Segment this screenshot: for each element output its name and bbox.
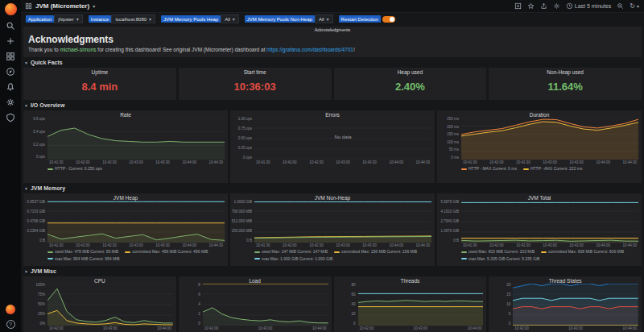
panel-title[interactable]: JVM Heap: [23, 193, 228, 201]
variable-value-dropdown[interactable]: All▾: [221, 15, 239, 23]
explore-compass-icon[interactable]: [6, 67, 15, 77]
row-header-jvm-memory[interactable]: ▼ JVM Memory: [24, 185, 642, 192]
dashboard-title[interactable]: JVM (Micrometer): [35, 2, 89, 10]
x-tick-label: 10:43:00: [568, 326, 583, 331]
ack-text-suffix: !: [353, 47, 355, 52]
settings-gear-button[interactable]: [553, 2, 560, 10]
variable-value-dropdown[interactable]: localhost:8080▾: [111, 15, 155, 23]
panel-title[interactable]: Load: [179, 276, 332, 284]
stat-value: 8.4 min: [23, 81, 176, 93]
panel-title[interactable]: Errors: [230, 110, 435, 118]
x-axis-labels: 10:41:3010:42:0010:42:3010:43:0010:43:30…: [230, 160, 435, 165]
time-range-picker[interactable]: Last 5 minutes: [566, 2, 612, 10]
panel-title[interactable]: CPU: [23, 276, 176, 284]
dashboard-source-link[interactable]: https://grafana.com/dashboards/4701: [266, 47, 353, 52]
legend-text: max Max: 5.335 GiB Current: 5.335 GiB: [469, 256, 539, 263]
y-tick-label: 50%: [38, 303, 45, 307]
dashboards-icon[interactable]: [6, 52, 15, 61]
row-header-quick-facts[interactable]: ▼ Quick Facts: [24, 59, 642, 66]
plot-area: [203, 284, 328, 326]
variable-value-text: All: [319, 17, 324, 22]
refresh-button[interactable]: ↻ ▾: [630, 3, 639, 10]
panel-jvm-heap: JVM Heap0.9537 GiB0.7153 GiB0.4768 GiB0.…: [23, 193, 228, 266]
panel-title[interactable]: Uptime: [23, 68, 176, 75]
y-tick-label: 0.9537 GiB: [27, 201, 45, 205]
x-tick-label: 10:44:00: [622, 326, 637, 331]
restart-detection-toggle[interactable]: [382, 16, 395, 23]
x-tick-label: 10:43:00: [129, 243, 143, 248]
configuration-gear-icon[interactable]: [6, 98, 15, 107]
x-tick-label: 10:44:00: [182, 160, 196, 165]
panel-title[interactable]: Start time: [179, 68, 332, 75]
zoom-out-button[interactable]: [617, 2, 624, 10]
grafana-logo-icon[interactable]: [5, 3, 17, 15]
star-button[interactable]: [527, 2, 535, 10]
x-tick-label: 10:42:00: [360, 326, 374, 331]
chevron-down-icon: ▼: [24, 103, 28, 108]
panel-title[interactable]: Acknowledgments: [28, 27, 637, 33]
share-button[interactable]: [540, 2, 547, 10]
panel-title[interactable]: Threads: [334, 276, 487, 284]
panel-title[interactable]: JVM Total: [437, 193, 642, 201]
legend-item[interactable]: committed Max: 608 MiB Current: 606 MiB: [541, 249, 624, 255]
panel-title[interactable]: Heap used: [334, 68, 487, 75]
legend-item[interactable]: HTTP - Current: 0.250 ops: [47, 166, 102, 172]
variable-label: Instance: [89, 15, 112, 23]
y-tick-label: 0 ms: [451, 156, 459, 160]
y-tick-label: 200 ms: [447, 126, 459, 130]
x-tick-label: 10:44:30: [415, 160, 430, 165]
create-plus-icon[interactable]: [6, 36, 15, 46]
graph-body: 1.0000 GiB768.000 MiB512.000 MiB256.000 …: [230, 201, 435, 243]
panel-title[interactable]: Rate: [23, 110, 228, 118]
x-axis-labels: 10:41:3010:42:0010:42:3010:43:0010:43:30…: [230, 243, 435, 248]
panel-title[interactable]: Duration: [437, 110, 642, 118]
dashboard-scroll-area[interactable]: Acknowledgments Acknowledgments Thank yo…: [21, 25, 644, 332]
plot-area: [47, 201, 225, 243]
panel-heap-used: Heap used2.40%: [334, 68, 487, 100]
x-tick-label: 10:43:30: [362, 243, 377, 248]
chevron-down-icon: ▼: [24, 269, 28, 274]
legend-text: used Max: 603 MiB Current: 203 MiB: [469, 249, 535, 255]
server-admin-shield-icon[interactable]: [6, 113, 15, 122]
x-tick-label: 10:44:00: [157, 326, 171, 331]
x-tick-label: 10:42:30: [102, 160, 117, 165]
panel-title[interactable]: JVM Non-Heap: [230, 193, 435, 201]
legend-item[interactable]: used Max: 603 MiB Current: 203 MiB: [461, 249, 535, 255]
legend-item[interactable]: HTTP - AVG Current: 222 ms: [523, 166, 583, 172]
legend-item[interactable]: max Max: 5.335 GiB Current: 5.335 GiB: [461, 256, 539, 263]
alerting-bell-icon[interactable]: [6, 82, 15, 92]
variable-value-dropdown[interactable]: jhipster▾: [54, 15, 82, 23]
x-tick-label: 10:42:00: [283, 160, 297, 165]
acknowledgments-text: Thank you to michael-simons for creating…: [28, 47, 637, 52]
y-tick-label: 0 B: [246, 239, 252, 243]
y-tick-label: 0.6 ops: [33, 118, 45, 122]
row-header-jvm-misc[interactable]: ▼ JVM Misc: [24, 268, 642, 275]
search-icon[interactable]: [6, 21, 15, 31]
row-header-io-overview[interactable]: ▼ I/O Overview: [24, 102, 642, 109]
y-tick-label: 20: [351, 313, 355, 317]
y-tick-label: 150 ms: [447, 133, 459, 137]
legend: used Max: 478 MiB Current: 55 MiBcommitt…: [23, 248, 228, 262]
add-panel-button[interactable]: [514, 2, 522, 10]
panel-rate: Rate0.6 ops0.4 ops0.2 ops0 ops10:41:3010…: [23, 110, 228, 183]
help-icon[interactable]: ?: [6, 320, 15, 329]
panel-threads: Threads80604020010:42:0010:43:0010:44:00…: [334, 276, 487, 332]
y-tick-label: 256.000 MiB: [232, 230, 252, 234]
author-link[interactable]: michael-simons: [60, 47, 96, 52]
variable-application: Applicationjhipster▾: [26, 15, 83, 23]
legend-item[interactable]: max Max: 1.000 GiB Current: 1.000 GiB: [254, 256, 332, 263]
legend-item[interactable]: committed Max: 456 MiB Current: 456 MiB: [125, 249, 208, 255]
legend-item[interactable]: HTTP - MAX Current: 0 ms: [461, 166, 517, 172]
variable-value-dropdown[interactable]: All▾: [315, 15, 333, 23]
legend-item[interactable]: used Max: 147 MiB Current: 147 MiB: [254, 249, 328, 255]
legend-item[interactable]: committed Max: 156 MiB Current: 156 MiB: [334, 249, 417, 255]
x-tick-label: 10:42:00: [76, 243, 90, 248]
y-tick-label: 60: [351, 293, 355, 297]
panel-title[interactable]: Thread States: [489, 276, 642, 284]
legend-item[interactable]: used Max: 478 MiB Current: 55 MiB: [47, 249, 118, 255]
panel-cpu: CPU100%75%50%25%0%10:42:0010:43:0010:44:…: [23, 276, 176, 332]
variable-label: Application: [26, 15, 54, 23]
legend-item[interactable]: max Max: 954 MiB Current: 954 MiB: [47, 256, 120, 263]
grafana-bottom-logo-icon[interactable]: [6, 305, 15, 314]
panel-title[interactable]: Non-Heap used: [489, 68, 642, 75]
